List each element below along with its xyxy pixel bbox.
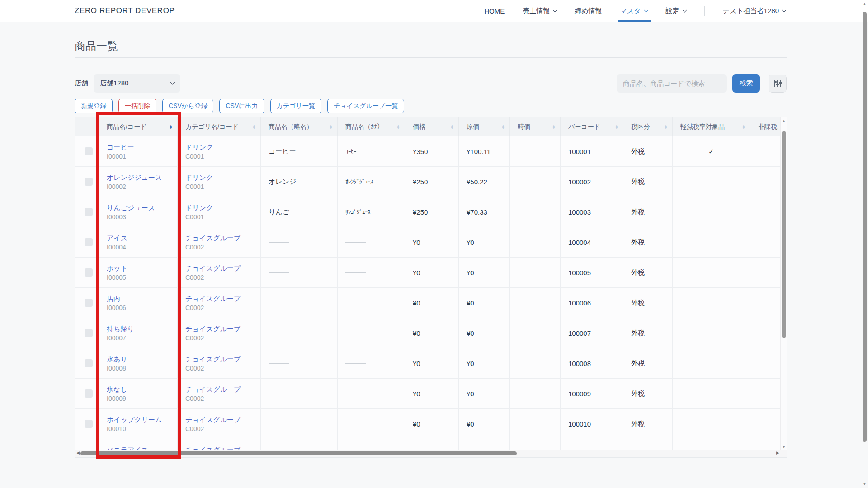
column-header-11[interactable]: 非課税▲▼ [750, 117, 781, 136]
sort-icon[interactable]: ▲▼ [447, 125, 454, 129]
kana-cell [338, 439, 405, 450]
table-row: りんごジュースI00003ドリンクC0001りんごﾘﾝｺﾞｼﾞｭｰｽ¥250¥7… [75, 197, 787, 227]
table-row: アイスI00004チョイスグループC0002¥0¥0100004外税 [75, 227, 787, 258]
tax-exempt-cell [750, 197, 781, 227]
category-link[interactable]: チョイスグループ [185, 233, 256, 243]
tax-type-cell: 外税 [623, 167, 673, 197]
scroll-up-arrow-icon[interactable]: ▲ [781, 119, 787, 123]
nav-item-マスタ[interactable]: マスタ [620, 0, 648, 22]
category-link[interactable]: ドリンク [185, 142, 256, 152]
product-name-link[interactable]: 氷あり [107, 354, 173, 364]
sort-icon[interactable]: ▲▼ [738, 125, 745, 129]
column-header-7[interactable]: 時価▲▼ [510, 117, 561, 136]
category-link[interactable]: ドリンク [185, 173, 256, 182]
category-link[interactable]: チョイスグループ [185, 354, 256, 364]
reduced-tax-cell [673, 288, 750, 318]
market-price-cell [510, 318, 561, 348]
column-header-2[interactable]: カテゴリ名/コード▲▼ [178, 117, 261, 136]
nav-item-設定[interactable]: 設定 [666, 0, 686, 22]
empty-dash [269, 424, 289, 424]
user-menu[interactable]: テスト担当者1280 [723, 0, 786, 22]
action-button-3[interactable]: CSVに出力 [219, 99, 264, 113]
scroll-right-arrow-icon[interactable]: ▶ [776, 450, 779, 455]
store-select-value: 店舗1280 [100, 79, 128, 88]
table-vscroll-thumb[interactable] [782, 131, 786, 338]
search-input[interactable] [617, 74, 727, 93]
product-name-link[interactable]: 氷なし [107, 385, 173, 394]
row-checkbox[interactable] [85, 329, 93, 337]
sort-icon[interactable]: ▲▼ [611, 125, 618, 129]
category-link[interactable]: チョイスグループ [185, 415, 256, 424]
column-header-5[interactable]: 価格▲▼ [405, 117, 459, 136]
action-button-4[interactable]: カテゴリ一覧 [270, 99, 321, 113]
page-scroll-thumb[interactable] [863, 12, 867, 442]
row-checkbox[interactable] [85, 389, 93, 398]
category-link[interactable]: チョイスグループ [185, 324, 256, 333]
row-checkbox[interactable] [85, 268, 93, 277]
product-code: I00003 [107, 212, 173, 221]
row-checkbox[interactable] [85, 238, 93, 246]
nav-item-home[interactable]: HOME [484, 0, 505, 22]
action-button-5[interactable]: チョイスグループ一覧 [327, 99, 404, 113]
row-checkbox[interactable] [85, 208, 93, 216]
sort-icon[interactable]: ▲▼ [326, 125, 333, 129]
product-name-link[interactable]: りんごジュース [107, 203, 173, 212]
action-button-0[interactable]: 新規登録 [75, 99, 113, 113]
category-link[interactable]: チョイスグループ [185, 445, 256, 450]
sort-icon[interactable]: ▲▼ [249, 125, 256, 129]
product-name-link[interactable]: ホイップクリーム [107, 415, 173, 424]
page-scroll-up-icon[interactable]: ▲ [862, 2, 868, 6]
page-scrollbar[interactable]: ▲ ▼ [862, 0, 868, 488]
tax-type-cell: 外税 [623, 318, 673, 348]
action-button-2[interactable]: CSVから登録 [162, 99, 213, 113]
table-hscroll-thumb[interactable] [80, 451, 517, 455]
short-name-cell: コーヒー [261, 136, 338, 166]
row-checkbox[interactable] [85, 420, 93, 428]
column-header-4[interactable]: 商品名（ｶﾅ）▲▼ [338, 117, 405, 136]
product-name-link[interactable]: ホット [107, 263, 173, 273]
nav-item-売上情報[interactable]: 売上情報 [523, 0, 557, 22]
category-cell: チョイスグループC0002 [178, 258, 261, 287]
search-button[interactable]: 検索 [732, 74, 760, 93]
category-link[interactable]: チョイスグループ [185, 294, 256, 303]
category-link[interactable]: チョイスグループ [185, 385, 256, 394]
cost-cell: ¥0 [459, 379, 510, 408]
product-name-link[interactable]: 持ち帰り [107, 324, 173, 333]
column-header-1[interactable]: 商品名/コード▲▼ [99, 117, 178, 136]
product-name-link[interactable]: 店内 [107, 294, 173, 303]
column-header-3[interactable]: 商品名（略名）▲▼ [261, 117, 338, 136]
scroll-down-arrow-icon[interactable]: ▼ [781, 445, 787, 449]
sort-icon[interactable]: ▲▼ [393, 125, 400, 129]
sort-icon[interactable]: ▲▼ [498, 125, 505, 129]
product-name-link[interactable]: コーヒー [107, 142, 173, 152]
product-name-link[interactable]: オレンジジュース [107, 173, 173, 182]
table-vertical-scrollbar[interactable]: ▲ ▼ [780, 117, 787, 450]
filter-options-button[interactable] [769, 75, 787, 93]
product-name-link[interactable]: アイス [107, 233, 173, 243]
product-name-cell: 持ち帰りI00007 [99, 318, 178, 348]
column-header-8[interactable]: バーコード▲▼ [561, 117, 623, 136]
sort-icon[interactable]: ▲▼ [660, 125, 668, 129]
product-name-link[interactable]: バニラアイス [107, 445, 173, 450]
column-header-9[interactable]: 税区分▲▼ [623, 117, 673, 136]
category-link[interactable]: ドリンク [185, 203, 256, 212]
category-link[interactable]: チョイスグループ [185, 263, 256, 273]
action-button-1[interactable]: 一括削除 [118, 99, 156, 113]
page-scroll-down-icon[interactable]: ▼ [862, 482, 868, 486]
nav-item-締め情報[interactable]: 締め情報 [575, 0, 602, 22]
column-header-6[interactable]: 原価▲▼ [459, 117, 510, 136]
store-select[interactable]: 店舗1280 [94, 74, 180, 93]
sort-icon[interactable]: ▲▼ [165, 125, 173, 129]
sort-icon[interactable]: ▲▼ [548, 125, 556, 129]
row-checkbox[interactable] [85, 359, 93, 367]
column-header-10[interactable]: 軽減税率対象品▲▼ [673, 117, 750, 136]
row-select-cell [75, 227, 99, 257]
scroll-left-arrow-icon[interactable]: ◀ [76, 450, 80, 455]
category-code: C0002 [185, 364, 256, 373]
cost-cell: ¥50.22 [459, 167, 510, 197]
row-checkbox[interactable] [85, 299, 93, 307]
row-checkbox[interactable] [85, 147, 93, 155]
table-horizontal-scrollbar[interactable]: ◀ ▶ [75, 450, 787, 458]
row-checkbox[interactable] [85, 178, 93, 186]
brand-logo[interactable]: ZERO REPORT DEVEROP [75, 0, 175, 22]
